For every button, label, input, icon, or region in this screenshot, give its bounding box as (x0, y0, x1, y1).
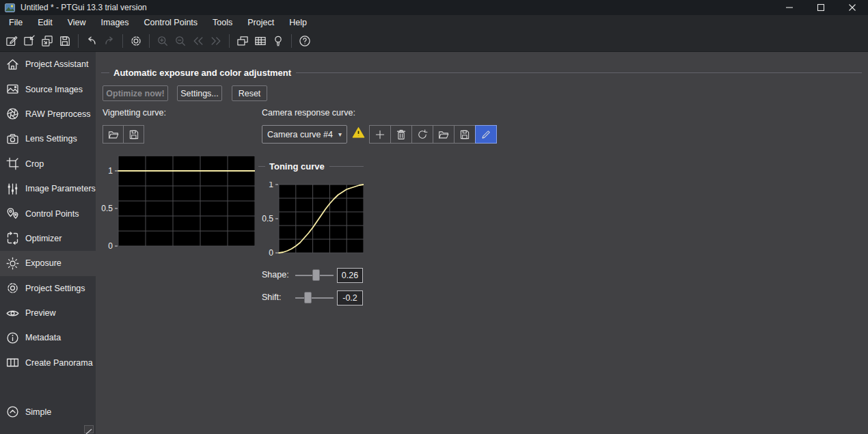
shape-value-input[interactable] (337, 268, 363, 283)
shape-row: Shape: (262, 268, 467, 283)
window-title: Untitled * - PTGui 13.3 trial version (21, 3, 147, 12)
corner-arrows-icon (5, 231, 20, 245)
exposure-panel: Automatic exposure and color adjustment … (96, 52, 868, 434)
circle-chevron-up-icon (5, 405, 20, 419)
menu-edit[interactable]: Edit (30, 15, 60, 31)
sidebar-item-project-assistant[interactable]: Project Assistant (0, 52, 96, 77)
undo-icon[interactable] (83, 32, 100, 50)
section-title: Automatic exposure and color adjustment (113, 68, 291, 78)
minimize-icon[interactable] (774, 0, 805, 15)
panorama-editor-icon[interactable] (234, 32, 252, 50)
sidebar-item-image-parameters[interactable]: Image Parameters (0, 176, 96, 201)
svg-text:0: 0 (108, 241, 113, 249)
toolbar-separator (291, 34, 292, 48)
sidebar-item-optimizer[interactable]: Optimizer (0, 226, 96, 251)
sidebar-item-simple[interactable]: Simple (0, 400, 96, 424)
optimize-now-button[interactable]: Optimize now! (103, 85, 168, 101)
sidebar-item-label: Exposure (25, 258, 62, 268)
sidebar-item-preview[interactable]: Preview (0, 301, 96, 325)
info-circle-icon (5, 331, 20, 345)
toning-curve-header: Toning curve (258, 161, 364, 172)
sidebar-item-label: Lens Settings (25, 134, 77, 144)
shift-slider-track[interactable] (295, 297, 334, 299)
menu-tools[interactable]: Tools (205, 15, 240, 31)
menu-images[interactable]: Images (94, 15, 137, 31)
menu-file[interactable]: File (1, 15, 30, 31)
app-icon (5, 3, 15, 12)
new-project-icon[interactable] (3, 32, 21, 50)
menu-control-points[interactable]: Control Points (137, 15, 206, 31)
sliders-icon (5, 182, 20, 196)
edit-curve-icon[interactable] (475, 125, 497, 144)
shape-label: Shape: (262, 270, 289, 280)
sidebar-item-label: Create Panorama (25, 358, 93, 368)
open-project-icon[interactable] (21, 32, 38, 50)
sidebar-item-label: Source Images (25, 85, 83, 94)
sidebar-item-metadata[interactable]: Metadata (0, 325, 96, 350)
menu-help[interactable]: Help (282, 15, 314, 31)
sidebar-item-label: RAW Preprocess (25, 109, 90, 119)
group-line (296, 72, 862, 73)
sidebar-item-control-points[interactable]: Control Points (0, 201, 96, 226)
detail-viewer-icon[interactable] (252, 32, 269, 50)
toolbar-separator (229, 34, 230, 48)
ptgui-window: Untitled * - PTGui 13.3 trial version Fi… (0, 0, 868, 434)
save-curve-icon[interactable] (454, 125, 476, 144)
toolbar-separator (78, 34, 79, 48)
camera-icon (5, 132, 20, 146)
camera-curve-dropdown[interactable]: Camera curve #4 ▾ (262, 125, 347, 144)
menu-view[interactable]: View (60, 15, 94, 31)
save-icon[interactable] (56, 32, 74, 50)
home-icon (5, 57, 20, 72)
shift-value-input[interactable] (337, 290, 363, 306)
shift-slider-handle[interactable] (304, 292, 312, 303)
toning-curve-chart[interactable]: 00.51 (261, 182, 364, 256)
reset-curve-icon[interactable] (411, 125, 433, 144)
toolbar (0, 31, 868, 52)
help-icon[interactable] (296, 32, 314, 50)
preferences-gear-icon[interactable] (127, 32, 145, 50)
group-line (258, 166, 265, 167)
open-curve-icon[interactable] (433, 125, 455, 144)
sidebar-item-label: Control Points (25, 209, 79, 219)
chevron-down-icon: ▾ (338, 131, 342, 138)
sidebar-item-label: Optimizer (25, 234, 62, 243)
reset-button[interactable]: Reset (232, 85, 267, 101)
save-as-template-icon[interactable] (38, 32, 56, 50)
close-icon[interactable] (837, 0, 868, 15)
settings-button[interactable]: Settings... (177, 85, 222, 101)
vignetting-open-icon[interactable] (103, 125, 124, 144)
sidebar-item-crop[interactable]: Crop (0, 152, 96, 176)
menubar: File Edit View Images Control Points Too… (0, 15, 868, 31)
vignetting-curve-chart: 00.51 (100, 153, 255, 249)
titlebar: Untitled * - PTGui 13.3 trial version (0, 0, 868, 15)
svg-text:0.5: 0.5 (262, 214, 273, 223)
zoom-out-icon (172, 32, 189, 50)
sidebar-item-project-settings[interactable]: Project Settings (0, 276, 96, 301)
sun-icon (5, 256, 20, 271)
sidebar-item-lens-settings[interactable]: Lens Settings (0, 126, 96, 151)
add-curve-icon[interactable] (369, 125, 391, 144)
menu-project[interactable]: Project (240, 15, 282, 31)
sidebar-item-label: Project Assistant (25, 59, 88, 69)
panorama-icon (5, 355, 20, 370)
redo-icon (100, 32, 118, 50)
shape-slider-handle[interactable] (312, 269, 320, 281)
vignetting-save-icon[interactable] (123, 125, 144, 144)
sidebar-item-label: Simple (25, 407, 51, 417)
delete-curve-icon[interactable] (390, 125, 412, 144)
section-header: Automatic exposure and color adjustment (101, 68, 865, 78)
shift-row: Shift: (262, 290, 467, 306)
sidebar-item-label: Image Parameters (25, 184, 96, 193)
svg-text:0.5: 0.5 (101, 204, 113, 213)
maximize-icon[interactable] (805, 0, 837, 15)
sidebar-item-source-images[interactable]: Source Images (0, 77, 96, 101)
sidebar-item-raw-preprocess[interactable]: RAW Preprocess (0, 102, 96, 126)
sidebar-item-label: Project Settings (25, 284, 85, 293)
next-image-icon (207, 32, 225, 50)
sidebar-resize-grip[interactable] (84, 425, 94, 433)
svg-text:1: 1 (108, 166, 113, 176)
sidebar-item-create-panorama[interactable]: Create Panorama (0, 351, 96, 375)
sidebar-item-exposure[interactable]: Exposure (0, 251, 96, 275)
light-bulb-icon[interactable] (269, 32, 287, 50)
